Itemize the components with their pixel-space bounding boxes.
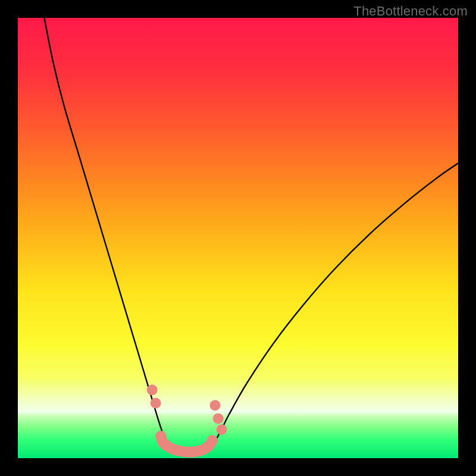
- marker-floor-cap: [156, 431, 167, 441]
- marker-floor-cap: [207, 435, 218, 446]
- marker-dot: [147, 384, 158, 395]
- marker-dot: [213, 413, 224, 424]
- marker-dots: [147, 384, 227, 446]
- marker-dot: [151, 398, 161, 409]
- marker-dot: [217, 424, 227, 435]
- marker-dot: [210, 400, 221, 411]
- chart-markers: [18, 18, 458, 458]
- marker-floor: [161, 436, 213, 452]
- chart-frame: [18, 18, 458, 458]
- watermark-text: TheBottleneck.com: [353, 4, 468, 19]
